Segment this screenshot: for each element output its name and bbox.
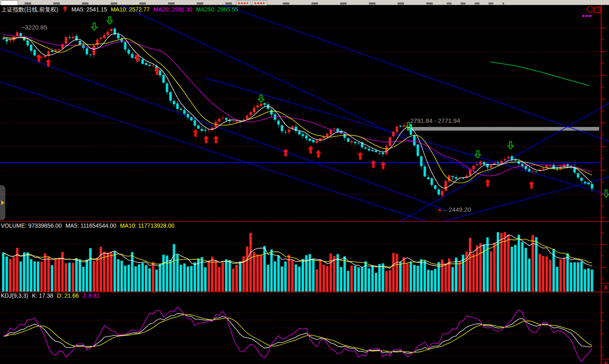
candle [368,149,370,150]
candle [424,167,426,177]
volume-bar [173,244,175,292]
volume-bar [9,259,11,292]
volume-bar [34,261,36,292]
main-chart-header: 上证指数(日线.前复权)MA5: 2541.15MA10: 2572.77MA2… [1,6,242,13]
volume-bar [37,262,39,292]
volume-bar [445,263,447,292]
candle [124,42,127,50]
candle [48,51,50,55]
volume-bar [431,270,433,292]
volume-bar [194,262,196,292]
volume-bar [107,253,109,292]
candle [159,70,161,75]
price-axis[interactable] [0,5,609,364]
volume-bar [72,263,74,292]
volume-bar [65,263,67,292]
candle [166,84,168,92]
candle [413,135,416,145]
candle [68,38,71,38]
candle [378,153,381,154]
diamond-icon[interactable] [586,6,594,13]
volume-bar [556,267,559,292]
chart-canvas[interactable] [0,0,609,364]
volume-bar [148,269,151,292]
buy-signal-arrow [45,59,51,67]
candle [93,45,95,55]
volume-bar [528,259,531,292]
close-kdj-pane-button[interactable]: X [602,360,609,364]
volume-bar [392,253,395,292]
candle [187,114,189,117]
candle [55,50,57,51]
candle [441,191,443,196]
volume-bar [236,265,238,292]
volume-bar [511,246,513,292]
volume-bar [211,257,214,292]
volume-bar [127,265,130,292]
candle [180,109,182,110]
buy-signal-arrow [316,150,321,158]
buy-signal-arrow [357,152,363,160]
up-arrow-icon [63,6,68,11]
ma20-value: MA20: 2591.30 [153,6,192,13]
volume-bar [347,271,350,292]
candle [260,104,262,106]
candle [371,150,374,151]
more-options-dots-icon[interactable] [582,15,592,17]
volume-bar [96,258,99,292]
candle [246,115,248,119]
candle [350,141,353,142]
candle [469,170,471,176]
split-window-icon[interactable] [594,7,600,13]
buy-signal-arrow [203,136,209,143]
volume-bar [222,262,224,292]
candle [194,120,196,126]
volume-bar [350,266,353,292]
volume-bar [51,265,53,292]
volume-bar [232,269,234,292]
volume-bar [385,271,388,292]
candle [528,169,531,172]
volume-bar [486,237,489,292]
volume-bar [469,238,471,292]
buy-signal-arrow [529,181,534,189]
volume-bar [417,266,419,292]
gridlines [0,28,601,355]
close-volume-pane-button[interactable]: X [602,284,609,291]
volume-bar [239,262,241,292]
volume-bar [479,243,482,292]
candle [504,159,506,160]
volume-bar [521,242,524,292]
candle [131,54,134,58]
volume-bar [518,235,520,292]
candle [183,110,186,114]
buy-signal-arrow [485,179,491,187]
sidebar-expand-handle[interactable] [0,185,5,220]
volume-bar [155,269,158,292]
volume-bar [86,260,88,292]
candle [302,134,304,136]
volume-bar [424,260,426,292]
volume-bar [93,261,95,292]
volume-bar [559,260,562,292]
candle [16,32,18,36]
candle [152,66,155,66]
volume-bar [316,269,318,292]
candle [566,164,569,167]
trendlines[interactable] [0,5,609,222]
volume-bar [329,253,332,292]
volume-bar [264,246,266,292]
volume-bar [452,267,454,292]
volume-bar [218,267,220,292]
candle [490,165,492,168]
volume-bar [573,262,576,292]
candle [438,190,440,195]
volume-bar [68,263,71,292]
volume-bar [82,267,85,292]
candle [232,122,234,122]
volume-bar [382,263,384,292]
volume-bar [357,267,360,292]
ma5-line [3,34,592,188]
candle [392,132,395,136]
volume-bar [120,261,123,292]
